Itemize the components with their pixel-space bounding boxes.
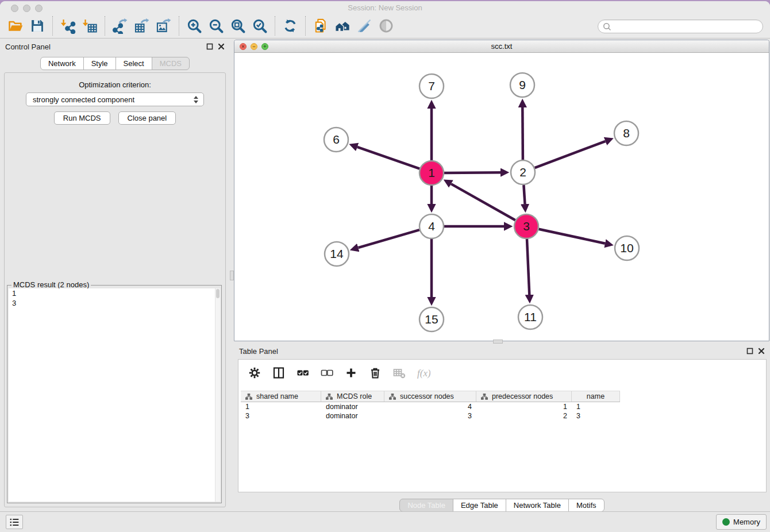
network-close-button[interactable]: ×: [240, 43, 247, 50]
graph-node-1[interactable]: 1: [419, 161, 444, 185]
toolbar-import-table-button[interactable]: [79, 15, 101, 37]
horizontal-splitter-handle[interactable]: [493, 340, 503, 344]
network-zoom-button[interactable]: +: [261, 43, 268, 50]
graph-node-8[interactable]: 8: [614, 121, 638, 145]
toolbar-zoom-selected-button[interactable]: [249, 15, 271, 37]
result-scrollbar-thumb[interactable]: [216, 289, 220, 298]
table-gear-button[interactable]: [247, 365, 262, 380]
graph-node-6[interactable]: 6: [324, 128, 348, 152]
toolbar-duplicate-network-button[interactable]: [310, 15, 332, 37]
network-canvas[interactable]: 7968124314101511: [234, 53, 769, 341]
tab-motifs[interactable]: Motifs: [568, 499, 605, 512]
zoom-selected-icon: [252, 18, 268, 34]
column-type-icon: [326, 394, 333, 400]
table-delete-button[interactable]: [368, 365, 383, 380]
function-icon: f(x): [417, 366, 430, 380]
criterion-value: strongly connected component: [33, 95, 134, 104]
table-select-all-button[interactable]: [295, 365, 310, 380]
toolbar-save-button[interactable]: [26, 15, 48, 37]
task-history-button[interactable]: [6, 515, 23, 529]
toolbar-export-image-button[interactable]: [153, 15, 175, 37]
table-unselect-all-button[interactable]: [319, 365, 334, 380]
graph-node-4[interactable]: 4: [419, 214, 444, 238]
optimization-criterion-select[interactable]: strongly connected component: [26, 92, 204, 106]
toolbar-open-file-button[interactable]: [5, 15, 26, 37]
graph-node-11[interactable]: 11: [518, 305, 542, 329]
table-delete-table-button: [392, 365, 407, 380]
network-window-titlebar: × − + scc.txt: [234, 40, 769, 53]
cell-successor-nodes[interactable]: 4: [384, 403, 476, 411]
cell-predecessor-nodes[interactable]: 1: [476, 403, 572, 411]
toolbar-homes-button[interactable]: [332, 15, 353, 37]
close-panel-icon[interactable]: [218, 43, 225, 50]
tab-network-table[interactable]: Network Table: [506, 499, 569, 512]
graph-edge-2-8[interactable]: [535, 141, 606, 168]
memory-button[interactable]: Memory: [716, 514, 767, 530]
toolbar-import-network-button[interactable]: [57, 15, 79, 37]
cell-name[interactable]: 1: [572, 403, 620, 411]
toolbar-style-brush-button[interactable]: [353, 15, 375, 37]
cell-shared-name[interactable]: 3: [241, 412, 321, 420]
toolbar-zoom-fit-button[interactable]: [227, 15, 249, 37]
cell-mcds-role[interactable]: dominator: [321, 412, 384, 420]
table-row[interactable]: 3dominator323: [241, 411, 620, 421]
graph-edge-3-1[interactable]: [451, 184, 515, 220]
graph-edge-1-6[interactable]: [357, 147, 419, 169]
table-columns-button[interactable]: [271, 365, 286, 380]
table-panel: Table Panel f(x) shared name MCDS role: [234, 344, 770, 511]
tab-edge-table[interactable]: Edge Table: [453, 499, 506, 512]
tab-mcds[interactable]: MCDS: [152, 57, 190, 70]
vertical-splitter-handle[interactable]: [230, 271, 234, 280]
cell-mcds-role[interactable]: dominator: [321, 403, 384, 411]
mcds-result-list[interactable]: 13: [9, 288, 220, 502]
toolbar-export-network-button[interactable]: [109, 15, 131, 37]
delete-table-icon: [392, 366, 406, 380]
column-header-successor-nodes[interactable]: successor nodes: [384, 391, 476, 402]
graph-node-7[interactable]: 7: [419, 74, 444, 98]
graph-node-15[interactable]: 15: [419, 307, 444, 331]
graph-node-2[interactable]: 2: [511, 160, 535, 184]
cell-name[interactable]: 3: [572, 412, 620, 420]
column-header-name[interactable]: name: [572, 391, 620, 402]
graph-edge-4-14[interactable]: [358, 230, 419, 248]
toolbar-export-table-button[interactable]: [131, 15, 153, 37]
search-box[interactable]: [598, 20, 763, 33]
tab-node-table[interactable]: Node Table: [399, 499, 453, 512]
result-scrollbar[interactable]: [215, 288, 220, 502]
float-table-panel-icon[interactable]: [746, 348, 753, 354]
toolbar-zoom-in-button[interactable]: [183, 15, 205, 37]
tab-network[interactable]: Network: [40, 57, 84, 70]
tab-style[interactable]: Style: [83, 57, 116, 70]
cell-shared-name[interactable]: 1: [241, 403, 321, 411]
toolbar-zoom-out-button[interactable]: [205, 15, 227, 37]
run-mcds-button[interactable]: Run MCDS: [54, 111, 110, 125]
graph-edge-1-2[interactable]: [444, 172, 500, 173]
graph-node-14[interactable]: 14: [325, 242, 349, 266]
graph-edge-3-10[interactable]: [539, 229, 605, 244]
cell-successor-nodes[interactable]: 3: [384, 412, 476, 420]
graph-node-3[interactable]: 3: [514, 214, 538, 238]
network-minimize-button[interactable]: −: [251, 43, 257, 50]
graph-edge-2-3[interactable]: [523, 185, 525, 204]
table-add-button[interactable]: [344, 365, 359, 380]
graph-edge-2-9[interactable]: [522, 107, 523, 160]
toolbar-show-hide-button: [375, 15, 397, 37]
tab-select[interactable]: Select: [116, 57, 152, 70]
close-table-panel-icon[interactable]: [758, 348, 765, 354]
column-header-shared-name[interactable]: shared name: [241, 391, 321, 402]
table-header-row: shared name MCDS role successor nodes pr…: [241, 391, 620, 402]
graph-node-9[interactable]: 9: [510, 73, 534, 97]
graph-node-10[interactable]: 10: [615, 236, 639, 260]
search-input[interactable]: [611, 21, 763, 32]
close-panel-button[interactable]: Close panel: [118, 111, 176, 125]
gear-icon: [248, 366, 261, 380]
node-label: 9: [519, 78, 526, 91]
column-header-mcds-role[interactable]: MCDS role: [321, 391, 384, 402]
network-window-title: scc.txt: [234, 40, 769, 52]
float-panel-icon[interactable]: [206, 43, 213, 50]
column-header-predecessor-nodes[interactable]: predecessor nodes: [476, 391, 572, 402]
table-row[interactable]: 1dominator411: [241, 402, 620, 411]
graph-edge-3-11[interactable]: [527, 239, 529, 295]
toolbar-refresh-button[interactable]: [279, 15, 301, 37]
cell-predecessor-nodes[interactable]: 2: [476, 412, 572, 420]
